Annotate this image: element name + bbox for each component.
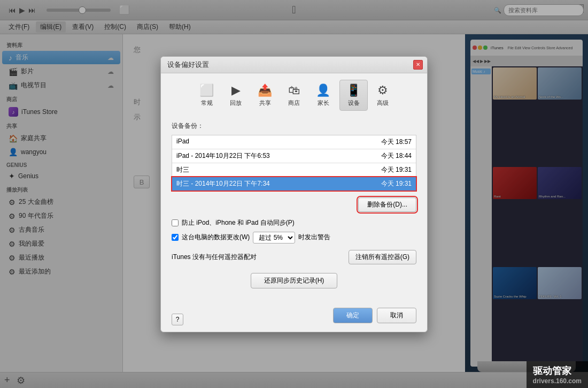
dialog-close-btn[interactable]: ✕ [413, 60, 423, 70]
deregister-btn[interactable]: 注销所有遥控器(G) [349, 250, 416, 264]
threshold-row: 这台电脑的数据更改(W) 超过 5% 时发出警告 [172, 232, 416, 244]
tab-label-playback: 回放 [230, 99, 242, 107]
backup-name-ipad2: iPad - 2014年10月22日 下午6:53 [176, 151, 358, 161]
tab-playback[interactable]: ▶ 回放 [223, 80, 249, 111]
tab-icon-general: ⬜ [199, 83, 214, 97]
remote-row: iTunes 没有与任何遥控器配对 注销所有遥控器(G) [172, 250, 416, 264]
backup-row-sisan[interactable]: 时三 今天 19:31 [172, 163, 416, 177]
delete-backup-btn[interactable]: 删除备份(D)... [358, 197, 416, 212]
backup-section-title: 设备备份： [172, 121, 416, 131]
backup-row-sisan2[interactable]: 时三 - 2014年10月22日 下午7:34 今天 19:31 [172, 177, 416, 191]
remote-label: iTunes 没有与任何遥控器配对 [172, 253, 257, 262]
tab-label-devices: 设备 [348, 99, 360, 107]
settings-dialog: 设备偏好设置 ✕ ⬜ 常规 ▶ 回放 📤 共享 🛍 [160, 56, 428, 332]
tab-icon-advanced: ⚙ [377, 83, 388, 97]
tab-label-sharing: 共享 [259, 99, 271, 107]
checkbox-data-label: 这台电脑的数据更改(W) [182, 233, 250, 242]
tab-sharing[interactable]: 📤 共享 [251, 80, 279, 111]
tab-label-advanced: 高级 [377, 99, 389, 107]
dialog-tabs: ⬜ 常规 ▶ 回放 📤 共享 🛍 商店 👤 家长 [161, 73, 427, 115]
backup-name-sisan2: 时三 - 2014年10月22日 下午7:34 [176, 179, 358, 188]
tab-icon-store: 🛍 [288, 83, 300, 97]
checkbox-data[interactable] [172, 234, 179, 241]
backup-name-sisan: 时三 [176, 165, 358, 174]
cancel-btn[interactable]: 取消 [377, 308, 416, 323]
checkbox-sync-row: 防止 iPod、iPhone 和 iPad 自动同步(P) [172, 218, 416, 227]
tab-label-general: 常规 [201, 99, 213, 107]
dialog-title-bar: 设备偏好设置 ✕ [161, 57, 427, 73]
tab-label-parental: 家长 [318, 99, 329, 107]
watermark: 驱动管家 drivers.160.com [527, 361, 588, 388]
backup-time-sisan: 今天 19:31 [358, 165, 412, 174]
restore-btn-row: 还原同步历史记录(H) [172, 273, 416, 288]
tab-parental[interactable]: 👤 家长 [309, 80, 337, 111]
tab-store[interactable]: 🛍 商店 [281, 80, 307, 111]
checkbox-sync[interactable] [172, 219, 179, 226]
dialog-footer: 确定 取消 [161, 303, 427, 332]
backup-row-ipad2[interactable]: iPad - 2014年10月22日 下午6:53 今天 18:44 [172, 149, 416, 163]
tab-icon-playback: ▶ [231, 83, 241, 97]
dialog-body: 设备备份： iPad 今天 18:57 iPad - 2014年10月22日 下… [161, 115, 427, 303]
backup-time-ipad2: 今天 18:44 [358, 151, 412, 161]
threshold-suffix: 时发出警告 [298, 233, 330, 242]
itunes-window: ⏮ ▶ ⏭ ⬜  _ □ ✕ 🔍 文件(F) 编辑(E) 查看(V) 控制(C… [0, 0, 588, 388]
backup-row-ipad[interactable]: iPad 今天 18:57 [172, 135, 416, 149]
tab-icon-devices: 📱 [346, 83, 361, 97]
watermark-main: 驱动管家 [533, 366, 571, 376]
backup-time-ipad: 今天 18:57 [358, 138, 412, 147]
checkbox-sync-label: 防止 iPod、iPhone 和 iPad 自动同步(P) [182, 218, 295, 227]
backup-time-sisan2: 今天 19:31 [358, 179, 412, 188]
tab-icon-parental: 👤 [316, 83, 330, 97]
modal-overlay: 设备偏好设置 ✕ ⬜ 常规 ▶ 回放 📤 共享 🛍 [0, 0, 588, 388]
watermark-sub: drivers.160.com [533, 377, 582, 385]
help-btn[interactable]: ? [172, 314, 183, 325]
tab-icon-sharing: 📤 [258, 83, 272, 97]
threshold-select[interactable]: 超过 5% [253, 232, 295, 244]
dialog-title: 设备偏好设置 [167, 60, 209, 70]
backup-table: iPad 今天 18:57 iPad - 2014年10月22日 下午6:53 … [172, 135, 416, 191]
tab-advanced[interactable]: ⚙ 高级 [370, 80, 396, 111]
tab-label-store: 商店 [288, 99, 300, 107]
delete-btn-row: 删除备份(D)... [172, 197, 416, 212]
tab-devices[interactable]: 📱 设备 [339, 80, 368, 111]
tab-general[interactable]: ⬜ 常规 [192, 80, 221, 111]
restore-sync-btn[interactable]: 还原同步历史记录(H) [251, 273, 338, 288]
backup-name-ipad: iPad [176, 138, 358, 147]
ok-btn[interactable]: 确定 [333, 308, 373, 323]
